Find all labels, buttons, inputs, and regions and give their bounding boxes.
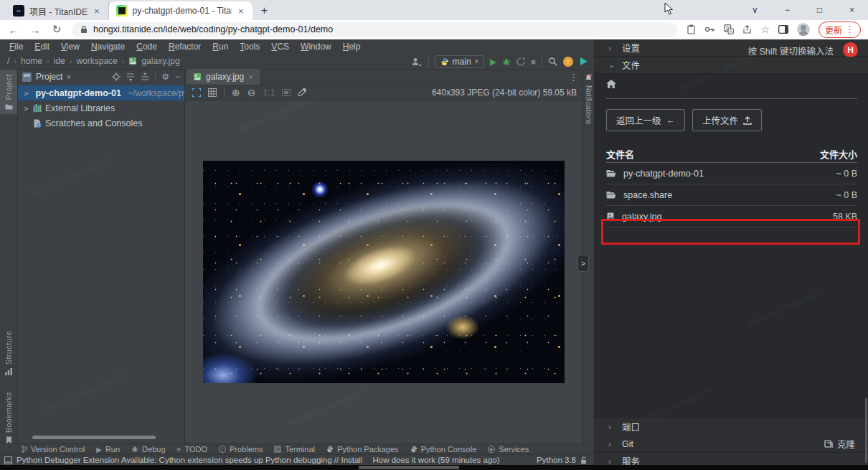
collapse-all-icon[interactable] [141,72,149,81]
unlock-icon[interactable] [580,456,587,464]
tree-row-project-root[interactable]: > py-chatgpt-demo-01 ~/workspace/py-ch [18,85,184,100]
window-minimize-icon[interactable]: − [771,0,803,20]
hide-panel-icon[interactable]: − [175,72,180,82]
menu-code[interactable]: Code [131,42,162,52]
stripe-tab-bookmarks[interactable]: Bookmarks [0,387,17,448]
breadcrumb-ide[interactable]: ide [54,56,65,66]
toolwindow-services[interactable]: ▶ Services [488,445,529,453]
browser-tab-active[interactable]: py-chatgpt-demo-01 - TitanID × [109,1,253,20]
menu-file[interactable]: File [4,42,28,52]
toolwindow-toggle-icon[interactable] [4,456,12,464]
section-ports[interactable]: › 端口 [594,418,868,436]
python-interpreter[interactable]: Python 3.8 [537,456,576,464]
actual-size-button[interactable]: 1:1 [263,88,275,98]
toolwindow-python-packages[interactable]: Python Packages [326,445,399,453]
galaxy-image[interactable] [203,161,565,383]
expand-all-icon[interactable] [126,72,135,81]
stripe-tab-project[interactable]: Project [0,70,17,114]
tab-close-icon[interactable]: × [93,6,101,17]
back-icon[interactable]: ← [7,24,20,36]
fit-image-icon[interactable] [282,89,291,96]
menu-navigate[interactable]: Navigate [86,42,130,52]
share-icon[interactable] [742,25,752,34]
grid-icon[interactable] [208,88,217,97]
user-avatar[interactable]: H [843,42,858,57]
run-button[interactable]: ▶ [490,57,496,67]
status-message-secondary[interactable]: How does it work (59 minutes ago) [372,456,499,464]
breadcrumb-root[interactable]: / [7,56,9,66]
menu-view[interactable]: View [56,42,85,52]
browser-profile-avatar[interactable] [797,23,810,36]
toolwindow-problems[interactable]: ! Problems [219,445,263,453]
zoom-to-fit-icon[interactable] [192,88,201,97]
toolwindow-terminal[interactable]: > Terminal [274,445,315,453]
new-tab-button[interactable]: + [255,1,274,20]
tree-row-scratches[interactable]: Scratches and Consoles [18,116,184,131]
project-panel-title[interactable]: Project [36,72,62,82]
bookmark-star-icon[interactable]: ☆ [760,24,770,35]
section-git[interactable]: › Git 克隆 [594,436,868,453]
toolwindow-debug[interactable]: Debug [131,445,165,453]
forward-icon[interactable]: → [29,24,42,36]
titan-gradient-icon[interactable] [579,57,588,66]
editor-tab-galaxy[interactable]: galaxy.jpg × [187,69,260,85]
menu-tools[interactable]: Tools [235,42,265,52]
settings-gear-icon[interactable]: ⚙ [161,72,169,82]
tree-row-external-libraries[interactable]: > External Libraries [18,100,184,116]
window-close-icon[interactable]: × [836,0,868,20]
run-config-selector[interactable]: main ▾ [435,55,485,68]
tree-chevron-icon[interactable]: > [24,89,28,98]
stripe-tab-notifications[interactable]: Notifications [583,70,594,128]
toolwindow-python-console[interactable]: Python Console [410,445,477,453]
panel-expand-chevron[interactable]: > [577,255,589,272]
locate-file-icon[interactable] [112,72,121,81]
update-available-icon[interactable]: ↑ [563,57,573,67]
toolwindow-version-control[interactable]: Version Control [22,445,85,453]
tree-chevron-icon[interactable]: > [24,104,29,113]
search-everywhere-icon[interactable] [548,57,557,66]
debug-button[interactable] [502,57,511,66]
home-icon[interactable] [606,80,616,88]
menu-run[interactable]: Run [207,42,233,52]
project-hscrollbar[interactable] [32,436,156,439]
table-row[interactable]: space.share ~ 0 B [606,184,857,206]
coverage-button[interactable] [516,57,525,66]
url-bar[interactable]: hongxi.titanide.cn/ide/web/coding/py-cha… [72,22,678,37]
editor-tab-menu-icon[interactable]: ⋮ [569,72,578,83]
translate-icon[interactable]: 文A [724,24,734,34]
toolwindow-run[interactable]: ▶ Run [96,445,120,453]
breadcrumb-home[interactable]: home [21,56,42,66]
panel-scrollbar[interactable] [865,398,867,463]
stop-button[interactable]: ■ [531,57,536,66]
status-message[interactable]: Python Debugger Extension Available: Cyt… [16,456,362,464]
browser-menu-kebab-icon[interactable]: ⋮ [846,24,854,34]
breadcrumb-file[interactable]: galaxy.jpg [141,56,179,66]
color-picker-icon[interactable] [298,88,306,97]
chrome-update-button[interactable]: 更新 ⋮ [819,22,861,38]
menu-window[interactable]: Window [296,42,336,52]
browser-tab-project[interactable]: ‹› 项目 - TitanIDE × [6,1,109,20]
window-maximize-icon[interactable]: □ [803,0,836,20]
breadcrumb-workspace[interactable]: workspace [76,56,117,66]
save-page-icon[interactable] [687,24,696,34]
table-row-highlighted[interactable]: galaxy.jpg 58 KB [606,206,857,227]
back-parent-button[interactable]: 返回上一级 ← [606,109,685,131]
users-icon[interactable] [411,57,423,66]
side-panel-icon[interactable] [778,25,788,34]
chevron-down-icon[interactable]: ▾ [67,72,71,82]
tab-close-icon[interactable]: × [237,6,245,17]
section-settings[interactable]: › 设置 按 Shift 键切换输入法 H [594,39,868,57]
window-menu-icon[interactable]: ∨ [739,0,771,20]
table-row[interactable]: py-chatgpt-demo-01 ~ 0 B [606,163,857,184]
password-key-icon[interactable] [704,26,715,33]
menu-vcs[interactable]: VCS [266,42,294,52]
menu-edit[interactable]: Edit [29,42,55,52]
zoom-in-icon[interactable]: ⊕ [232,87,240,98]
menu-help[interactable]: Help [338,42,366,52]
stripe-tab-structure[interactable]: Structure [0,326,17,380]
git-clone-button[interactable]: 克隆 [824,437,855,451]
upload-file-button[interactable]: 上传文件 [692,109,762,131]
reload-icon[interactable]: ↻ [50,23,63,36]
zoom-out-icon[interactable]: ⊖ [247,87,256,98]
section-files[interactable]: ⌄ 文件 [594,57,868,74]
